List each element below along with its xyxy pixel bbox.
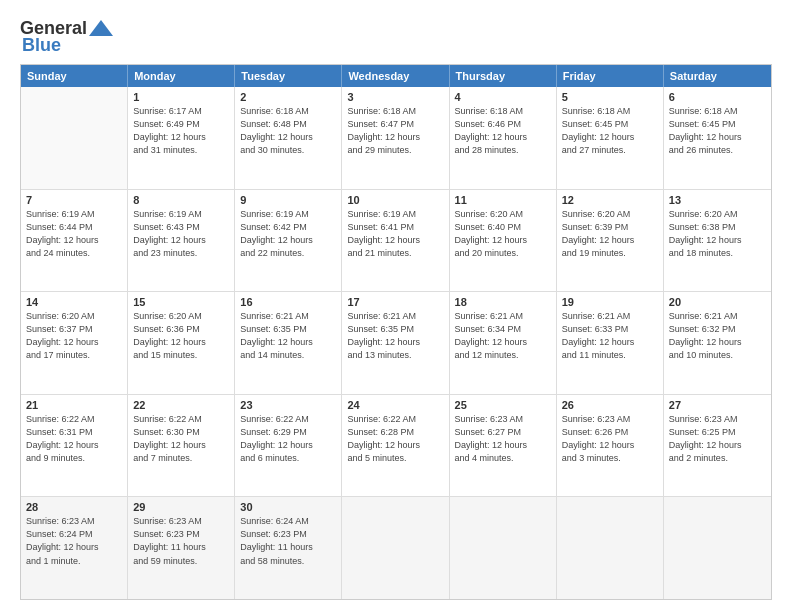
day-number: 12	[562, 194, 658, 206]
calendar-row-4: 21Sunrise: 6:22 AM Sunset: 6:31 PM Dayli…	[21, 394, 771, 497]
day-cell-15: 15Sunrise: 6:20 AM Sunset: 6:36 PM Dayli…	[128, 292, 235, 394]
svg-marker-0	[89, 20, 113, 36]
day-cell-28: 28Sunrise: 6:23 AM Sunset: 6:24 PM Dayli…	[21, 497, 128, 599]
day-cell-empty-4-3	[342, 497, 449, 599]
day-cell-24: 24Sunrise: 6:22 AM Sunset: 6:28 PM Dayli…	[342, 395, 449, 497]
day-cell-3: 3Sunrise: 6:18 AM Sunset: 6:47 PM Daylig…	[342, 87, 449, 189]
weekday-header-thursday: Thursday	[450, 65, 557, 87]
logo-blue: Blue	[22, 35, 61, 56]
day-cell-empty-4-6	[664, 497, 771, 599]
day-number: 20	[669, 296, 766, 308]
day-cell-empty-4-4	[450, 497, 557, 599]
weekday-header-wednesday: Wednesday	[342, 65, 449, 87]
day-number: 14	[26, 296, 122, 308]
day-number: 23	[240, 399, 336, 411]
day-number: 10	[347, 194, 443, 206]
day-number: 2	[240, 91, 336, 103]
day-cell-19: 19Sunrise: 6:21 AM Sunset: 6:33 PM Dayli…	[557, 292, 664, 394]
day-number: 21	[26, 399, 122, 411]
day-cell-30: 30Sunrise: 6:24 AM Sunset: 6:23 PM Dayli…	[235, 497, 342, 599]
day-info: Sunrise: 6:17 AM Sunset: 6:49 PM Dayligh…	[133, 105, 229, 157]
day-number: 3	[347, 91, 443, 103]
weekday-header-saturday: Saturday	[664, 65, 771, 87]
day-cell-6: 6Sunrise: 6:18 AM Sunset: 6:45 PM Daylig…	[664, 87, 771, 189]
day-cell-14: 14Sunrise: 6:20 AM Sunset: 6:37 PM Dayli…	[21, 292, 128, 394]
day-cell-17: 17Sunrise: 6:21 AM Sunset: 6:35 PM Dayli…	[342, 292, 449, 394]
day-number: 19	[562, 296, 658, 308]
day-info: Sunrise: 6:23 AM Sunset: 6:26 PM Dayligh…	[562, 413, 658, 465]
day-number: 26	[562, 399, 658, 411]
day-number: 11	[455, 194, 551, 206]
day-cell-29: 29Sunrise: 6:23 AM Sunset: 6:23 PM Dayli…	[128, 497, 235, 599]
day-info: Sunrise: 6:18 AM Sunset: 6:45 PM Dayligh…	[562, 105, 658, 157]
day-info: Sunrise: 6:19 AM Sunset: 6:42 PM Dayligh…	[240, 208, 336, 260]
day-number: 25	[455, 399, 551, 411]
day-number: 28	[26, 501, 122, 513]
day-cell-27: 27Sunrise: 6:23 AM Sunset: 6:25 PM Dayli…	[664, 395, 771, 497]
day-info: Sunrise: 6:18 AM Sunset: 6:46 PM Dayligh…	[455, 105, 551, 157]
day-number: 15	[133, 296, 229, 308]
day-info: Sunrise: 6:20 AM Sunset: 6:40 PM Dayligh…	[455, 208, 551, 260]
logo-icon	[89, 20, 113, 36]
day-number: 8	[133, 194, 229, 206]
calendar-header: SundayMondayTuesdayWednesdayThursdayFrid…	[21, 65, 771, 87]
day-number: 29	[133, 501, 229, 513]
day-info: Sunrise: 6:22 AM Sunset: 6:29 PM Dayligh…	[240, 413, 336, 465]
day-number: 9	[240, 194, 336, 206]
day-cell-12: 12Sunrise: 6:20 AM Sunset: 6:39 PM Dayli…	[557, 190, 664, 292]
calendar-row-1: 1Sunrise: 6:17 AM Sunset: 6:49 PM Daylig…	[21, 87, 771, 189]
day-number: 22	[133, 399, 229, 411]
day-info: Sunrise: 6:18 AM Sunset: 6:48 PM Dayligh…	[240, 105, 336, 157]
day-info: Sunrise: 6:21 AM Sunset: 6:33 PM Dayligh…	[562, 310, 658, 362]
day-number: 7	[26, 194, 122, 206]
day-number: 24	[347, 399, 443, 411]
day-number: 6	[669, 91, 766, 103]
day-info: Sunrise: 6:22 AM Sunset: 6:31 PM Dayligh…	[26, 413, 122, 465]
day-info: Sunrise: 6:21 AM Sunset: 6:34 PM Dayligh…	[455, 310, 551, 362]
calendar-row-5: 28Sunrise: 6:23 AM Sunset: 6:24 PM Dayli…	[21, 496, 771, 599]
day-number: 30	[240, 501, 336, 513]
day-info: Sunrise: 6:22 AM Sunset: 6:28 PM Dayligh…	[347, 413, 443, 465]
logo: General Blue	[20, 18, 113, 56]
day-number: 27	[669, 399, 766, 411]
day-number: 4	[455, 91, 551, 103]
calendar-row-3: 14Sunrise: 6:20 AM Sunset: 6:37 PM Dayli…	[21, 291, 771, 394]
day-info: Sunrise: 6:20 AM Sunset: 6:36 PM Dayligh…	[133, 310, 229, 362]
day-cell-1: 1Sunrise: 6:17 AM Sunset: 6:49 PM Daylig…	[128, 87, 235, 189]
day-cell-26: 26Sunrise: 6:23 AM Sunset: 6:26 PM Dayli…	[557, 395, 664, 497]
header: General Blue	[20, 18, 772, 56]
day-info: Sunrise: 6:20 AM Sunset: 6:39 PM Dayligh…	[562, 208, 658, 260]
day-number: 5	[562, 91, 658, 103]
day-info: Sunrise: 6:24 AM Sunset: 6:23 PM Dayligh…	[240, 515, 336, 567]
day-cell-5: 5Sunrise: 6:18 AM Sunset: 6:45 PM Daylig…	[557, 87, 664, 189]
weekday-header-tuesday: Tuesday	[235, 65, 342, 87]
day-cell-22: 22Sunrise: 6:22 AM Sunset: 6:30 PM Dayli…	[128, 395, 235, 497]
day-info: Sunrise: 6:21 AM Sunset: 6:35 PM Dayligh…	[347, 310, 443, 362]
day-cell-2: 2Sunrise: 6:18 AM Sunset: 6:48 PM Daylig…	[235, 87, 342, 189]
day-number: 1	[133, 91, 229, 103]
day-info: Sunrise: 6:23 AM Sunset: 6:23 PM Dayligh…	[133, 515, 229, 567]
day-cell-4: 4Sunrise: 6:18 AM Sunset: 6:46 PM Daylig…	[450, 87, 557, 189]
day-cell-9: 9Sunrise: 6:19 AM Sunset: 6:42 PM Daylig…	[235, 190, 342, 292]
day-info: Sunrise: 6:21 AM Sunset: 6:35 PM Dayligh…	[240, 310, 336, 362]
day-cell-7: 7Sunrise: 6:19 AM Sunset: 6:44 PM Daylig…	[21, 190, 128, 292]
day-cell-20: 20Sunrise: 6:21 AM Sunset: 6:32 PM Dayli…	[664, 292, 771, 394]
day-cell-23: 23Sunrise: 6:22 AM Sunset: 6:29 PM Dayli…	[235, 395, 342, 497]
weekday-header-friday: Friday	[557, 65, 664, 87]
day-number: 13	[669, 194, 766, 206]
day-number: 18	[455, 296, 551, 308]
day-cell-empty-0-0	[21, 87, 128, 189]
day-info: Sunrise: 6:23 AM Sunset: 6:27 PM Dayligh…	[455, 413, 551, 465]
day-info: Sunrise: 6:21 AM Sunset: 6:32 PM Dayligh…	[669, 310, 766, 362]
calendar-row-2: 7Sunrise: 6:19 AM Sunset: 6:44 PM Daylig…	[21, 189, 771, 292]
day-info: Sunrise: 6:22 AM Sunset: 6:30 PM Dayligh…	[133, 413, 229, 465]
day-cell-13: 13Sunrise: 6:20 AM Sunset: 6:38 PM Dayli…	[664, 190, 771, 292]
day-cell-11: 11Sunrise: 6:20 AM Sunset: 6:40 PM Dayli…	[450, 190, 557, 292]
day-info: Sunrise: 6:19 AM Sunset: 6:44 PM Dayligh…	[26, 208, 122, 260]
day-cell-empty-4-5	[557, 497, 664, 599]
day-info: Sunrise: 6:18 AM Sunset: 6:47 PM Dayligh…	[347, 105, 443, 157]
day-cell-16: 16Sunrise: 6:21 AM Sunset: 6:35 PM Dayli…	[235, 292, 342, 394]
day-number: 16	[240, 296, 336, 308]
day-info: Sunrise: 6:23 AM Sunset: 6:25 PM Dayligh…	[669, 413, 766, 465]
weekday-header-monday: Monday	[128, 65, 235, 87]
